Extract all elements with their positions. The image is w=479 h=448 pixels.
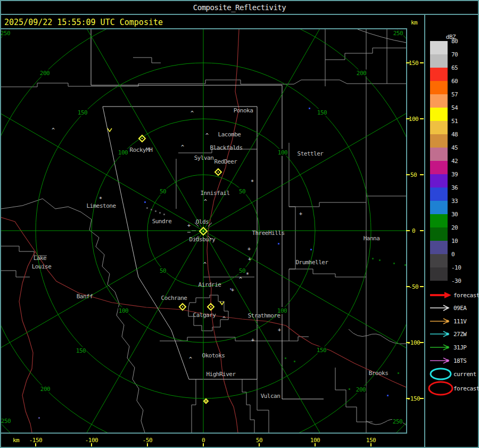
chevron-marker-icon	[108, 128, 112, 132]
colorbar-band	[430, 214, 448, 227]
city-label-vulcan: Vulcan	[261, 393, 280, 400]
right-axis-tick	[406, 230, 410, 231]
colorbar-band	[430, 134, 448, 148]
bottom-axis-tick-label: -100	[85, 437, 98, 444]
radar-echo-pixel	[163, 214, 165, 215]
colorbar-value-label: 30	[451, 211, 458, 218]
bottom-axis-tick-label: 150	[366, 437, 376, 444]
ring-distance-label: 250	[392, 418, 403, 425]
colorbar-value-label: 36	[451, 184, 458, 191]
city-label-airdrie: Airdrie	[199, 281, 221, 288]
town-marker-icon: ^	[181, 145, 184, 150]
colorbar-band	[430, 161, 448, 174]
town-marker-icon: +	[299, 211, 302, 217]
city-label-olds: Olds	[196, 218, 209, 225]
right-axis-tick	[420, 174, 424, 175]
town-marker-icon: ^	[205, 133, 209, 139]
colorbar-value-label: 39	[451, 171, 458, 178]
colorbar-value-label: 60	[451, 78, 458, 85]
legend-label-18TS: 18TS	[453, 357, 467, 364]
city-label-threehills: ThreeHills	[252, 230, 284, 237]
window-title: Composite_Reflectivity	[193, 3, 286, 12]
town-marker-icon: +	[247, 247, 251, 252]
map-border-bottom	[0, 433, 407, 434]
map-graphics	[1, 29, 406, 433]
radar-site-dot	[142, 138, 143, 139]
title-bar: Composite_Reflectivity	[1, 1, 478, 14]
town-marker-icon: +	[251, 338, 254, 343]
radar-echo-pixel	[404, 264, 406, 266]
bottom-axis-unit-label: km	[13, 437, 19, 444]
radar-echo-pixel	[372, 258, 374, 259]
ring-distance-label: 250	[393, 30, 403, 37]
bottom-axis-tick-label: 50	[256, 437, 262, 444]
right-axis-tick-label: 100	[409, 116, 418, 123]
city-label-limestone: Limestone	[86, 202, 115, 209]
ring-distance-label: 50	[238, 267, 246, 274]
city-label-hanna: Hanna	[364, 235, 380, 242]
radar-echo-pixel	[398, 372, 399, 374]
radar-site-dot	[205, 401, 207, 402]
azimuth-spoke-30	[203, 29, 343, 231]
right-axis-tick	[420, 62, 424, 63]
bottom-axis-tick	[91, 443, 92, 446]
right-axis-tick	[406, 62, 410, 63]
bottom-axis-tick	[259, 443, 260, 446]
radar-echo-pixel	[38, 417, 40, 419]
town-marker-icon: ^	[222, 316, 226, 322]
colorbar-value-label: 70	[451, 51, 458, 58]
town-marker-icon: *	[99, 197, 102, 202]
legend-ellipse-icon	[428, 379, 453, 397]
town-marker-icon: +	[248, 257, 251, 262]
radar-echo-pixel	[155, 210, 156, 212]
city-label-strathmore: Strathmore	[247, 312, 280, 319]
town-marker-icon: ^	[52, 128, 55, 133]
right-axis-tick	[420, 286, 424, 287]
city-label-drumheller: Drumheller	[295, 259, 328, 266]
right-axis-tick	[406, 398, 410, 399]
colorbar-band	[430, 188, 448, 201]
azimuth-spoke-210	[64, 231, 204, 433]
right-axis-tick	[420, 230, 424, 231]
colorbar-band	[430, 108, 448, 121]
colorbar-value-label: 10	[451, 238, 458, 245]
ring-distance-label: 150	[317, 109, 327, 116]
colorbar-value-label: 80	[451, 38, 458, 45]
radar-app-window: Composite_Reflectivity 2025/09/22 15:55:…	[0, 0, 479, 448]
ring-distance-label: 100	[277, 149, 288, 156]
town-marker-icon: +	[187, 223, 191, 229]
bottom-axis-tick-label: -50	[143, 437, 152, 444]
town-marker-icon: *	[246, 272, 249, 278]
radar-site-dot	[210, 306, 211, 307]
city-label-lake: Lake	[34, 255, 47, 262]
radar-echo-pixel	[310, 249, 312, 250]
radar-echo-pixel	[285, 357, 286, 359]
bottom-axis-tick	[147, 443, 148, 446]
radar-echo-pixel	[387, 395, 389, 396]
radar-echo-pixel	[151, 209, 152, 210]
legend-label-27ZW: 27ZW	[453, 331, 467, 338]
colorbar-value-label: 54	[451, 104, 458, 111]
radar-echo-pixel	[278, 243, 279, 245]
colorbar-band	[430, 148, 448, 161]
right-axis-unit-label: km	[411, 19, 417, 26]
right-axis-tick-label: 150	[409, 60, 418, 67]
map-canvas[interactable]: 5050505010010010010015015015015020020020…	[1, 29, 406, 433]
city-label-rockymh: RockyMH	[130, 146, 153, 153]
radar-echo-pixel	[349, 388, 350, 390]
radar-echo-pixel	[146, 207, 148, 209]
ring-distance-label: 200	[356, 386, 366, 393]
colorbar-band	[430, 241, 448, 254]
city-label-highriver: HighRiver	[206, 371, 235, 378]
right-axis-tick	[406, 118, 410, 119]
right-axis-tick	[406, 286, 410, 287]
legend-label-09EA: 09EA	[453, 305, 467, 312]
colorbar-value-label: 33	[451, 198, 458, 205]
radar-echo-pixel	[144, 201, 146, 203]
radar-site-dot	[182, 306, 183, 307]
colorbar-band	[430, 201, 448, 214]
bottom-axis-tick-label: 100	[310, 437, 320, 444]
city-label-okotoks: Okotoks	[202, 352, 225, 359]
bottom-axis-tick	[370, 443, 371, 446]
bottom-axis-tick-label: -150	[29, 437, 43, 444]
